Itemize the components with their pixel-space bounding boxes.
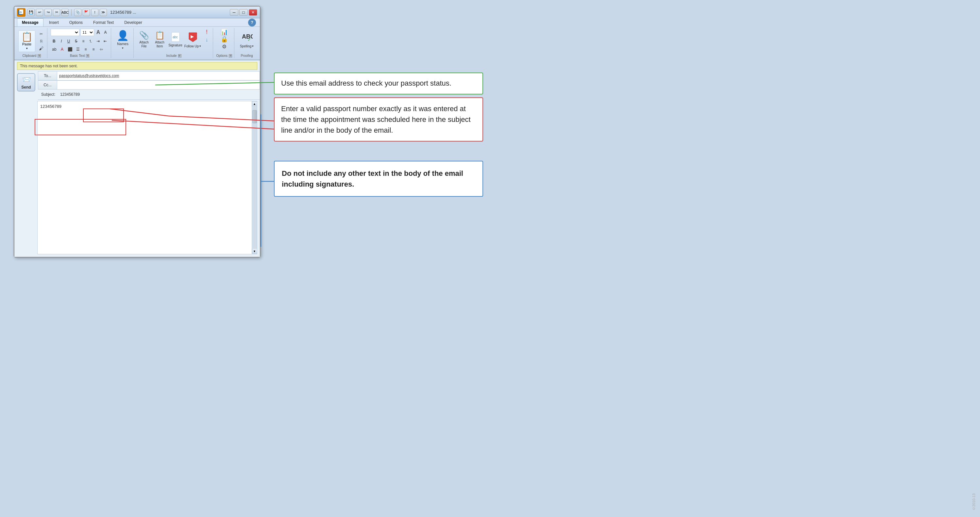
paste-label: Paste	[22, 42, 31, 46]
minimize-button[interactable]: ─	[230, 9, 238, 16]
close-button[interactable]: ✕	[249, 9, 257, 16]
basic-text-expand-icon[interactable]: ⊠	[86, 54, 89, 57]
include-group-label: Include ⊠	[166, 53, 181, 57]
align-left-button[interactable]: ⬛	[66, 46, 73, 52]
save-tool[interactable]: 💾	[27, 9, 35, 16]
options-item-3[interactable]: ⚙	[220, 43, 228, 50]
attach-tool[interactable]: 📎	[74, 9, 81, 16]
message-area: This message has not been sent. 📨 Send T…	[14, 60, 260, 257]
spelling-dropdown-arrow[interactable]: ▾	[252, 45, 254, 48]
spelling-button[interactable]: ABC ✓ Spelling ▾	[238, 29, 256, 50]
tab-format-text[interactable]: Format Text	[88, 18, 119, 27]
low-importance-button[interactable]: ↓	[203, 37, 211, 43]
bullets-button[interactable]: ≡	[80, 38, 87, 45]
help-button[interactable]: ?	[248, 19, 256, 27]
align-center-button[interactable]: ☰	[74, 46, 81, 52]
not-sent-notice: This message has not been sent.	[17, 62, 257, 70]
follow-up-button[interactable]: ▶ Follow Up ▾	[184, 29, 202, 50]
clipboard-expand-icon[interactable]: ⊠	[38, 54, 41, 57]
names-button[interactable]: 👤 Names ▾	[115, 29, 131, 50]
options-group-label: Options ⊠	[216, 53, 232, 57]
tab-developer[interactable]: Developer	[119, 18, 147, 27]
cut-button[interactable]: ✂	[37, 31, 45, 37]
subject-row: Subject:	[38, 89, 260, 100]
indent-increase-button[interactable]: ⇥	[95, 38, 101, 45]
annotation-green-text: Use this email address to check your pas…	[281, 79, 452, 87]
send-button[interactable]: 📨 Send	[17, 73, 35, 92]
mark-tool[interactable]: !	[91, 9, 99, 16]
include-group: 📎 Attach File 📋 Attach Item abc	[135, 28, 213, 58]
options-item-2[interactable]: 🔒	[220, 36, 228, 43]
follow-up-label-row: Follow Up ▾	[185, 45, 201, 48]
more-tool[interactable]: ≫	[100, 9, 107, 16]
format-row-2: ab A ⬛ ☰ ≡ ≡ ⇦	[51, 46, 109, 52]
to-input[interactable]	[57, 72, 259, 80]
copy-button[interactable]: ⎘	[37, 38, 45, 45]
high-importance-button[interactable]: !	[203, 29, 211, 35]
names-group: 👤 Names ▾ Names	[113, 28, 134, 58]
signature-button[interactable]: abc Signature	[169, 29, 183, 50]
increase-font-size[interactable]: A	[95, 29, 102, 36]
follow-up-dropdown-arrow[interactable]: ▾	[199, 45, 201, 48]
basic-text-group-label: Basic Text ⊠	[70, 53, 89, 57]
compose-body-text[interactable]: 123456789	[38, 101, 257, 111]
spelling-label-row: Spelling ▾	[240, 45, 254, 48]
cc-input[interactable]	[57, 81, 259, 89]
tab-insert[interactable]: Insert	[44, 18, 64, 27]
options-item-1[interactable]: 📊	[220, 29, 228, 35]
format-painter-button[interactable]: 🖌	[37, 45, 45, 52]
fields-send-wrapper: 📨 Send To... Cc... Subject:	[14, 71, 260, 100]
svg-text:▶: ▶	[191, 34, 194, 39]
strikethrough-button[interactable]: S̶	[73, 38, 79, 45]
indent-decrease-button[interactable]: ⇤	[102, 38, 108, 45]
attach-item-button[interactable]: 📋 Attach Item	[153, 29, 167, 50]
rtl-button[interactable]: ⇦	[98, 46, 105, 52]
cc-button[interactable]: Cc...	[38, 81, 57, 89]
svg-text:✓: ✓	[247, 37, 251, 42]
scroll-thumb[interactable]	[252, 110, 257, 123]
decrease-font-size[interactable]: A	[102, 29, 109, 36]
scroll-down-arrow[interactable]: ▼	[252, 249, 257, 254]
annotation-blue: Do not include any other text in the bod…	[274, 161, 483, 197]
include-expand-icon[interactable]: ⊠	[178, 54, 181, 57]
to-button[interactable]: To...	[38, 72, 57, 80]
clipboard-group-items: 📋 Paste ▾ ✂ ⎘ 🖌	[18, 29, 45, 53]
window-controls: ─ □ ✕	[230, 9, 257, 16]
align-right-button[interactable]: ≡	[82, 46, 89, 52]
italic-button[interactable]: I	[58, 38, 64, 45]
spell-tool[interactable]: ABC	[62, 9, 68, 16]
justify-button[interactable]: ≡	[90, 46, 97, 52]
maximize-button[interactable]: □	[239, 9, 248, 16]
compose-area: 123456789 ▲ ▼	[37, 101, 257, 254]
tab-options[interactable]: Options	[64, 18, 88, 27]
cc-field-row: Cc...	[38, 80, 260, 89]
attach-file-button[interactable]: 📎 Attach File	[137, 29, 151, 50]
clipboard-group: 📋 Paste ▾ ✂ ⎘ 🖌 Clipboard ⊠	[16, 28, 48, 58]
attach-file-label: Attach File	[137, 41, 151, 48]
flag-tool[interactable]: 🚩	[83, 9, 90, 16]
scroll-up-arrow[interactable]: ▲	[252, 101, 257, 107]
bold-button[interactable]: B	[51, 38, 57, 45]
options-expand-icon[interactable]: ⊠	[229, 54, 232, 57]
ribbon-content: 📋 Paste ▾ ✂ ⎘ 🖌 Clipboard ⊠	[14, 27, 260, 59]
redo-tool[interactable]: ↪	[45, 9, 52, 16]
scrollbar[interactable]: ▲ ▼	[252, 101, 257, 254]
proofing-group-label: Proofing	[240, 53, 253, 57]
include-group-items: 📎 Attach File 📋 Attach Item abc	[137, 29, 211, 50]
tab-message[interactable]: Message	[17, 18, 43, 27]
subject-input[interactable]	[59, 90, 260, 99]
cut-tool[interactable]: ✂	[53, 9, 60, 16]
toolbar-separator	[71, 9, 72, 16]
text-highlight-button[interactable]: ab	[51, 46, 58, 52]
font-size-select[interactable]: 11	[80, 29, 94, 36]
outlook-icon: O	[17, 8, 25, 17]
font-color-button[interactable]: A	[59, 46, 66, 52]
font-family-select[interactable]	[51, 29, 80, 36]
underline-button[interactable]: U	[65, 38, 72, 45]
email-fields: To... Cc... Subject:	[38, 71, 260, 100]
numbering-button[interactable]: ⒈	[87, 38, 94, 45]
options-group: 📊 🔒 ⚙ Options ⊠	[215, 28, 234, 58]
paste-button[interactable]: 📋 Paste ▾	[18, 30, 35, 52]
watermark: ©2010-13	[971, 493, 976, 511]
undo-tool[interactable]: ↩	[36, 9, 43, 16]
